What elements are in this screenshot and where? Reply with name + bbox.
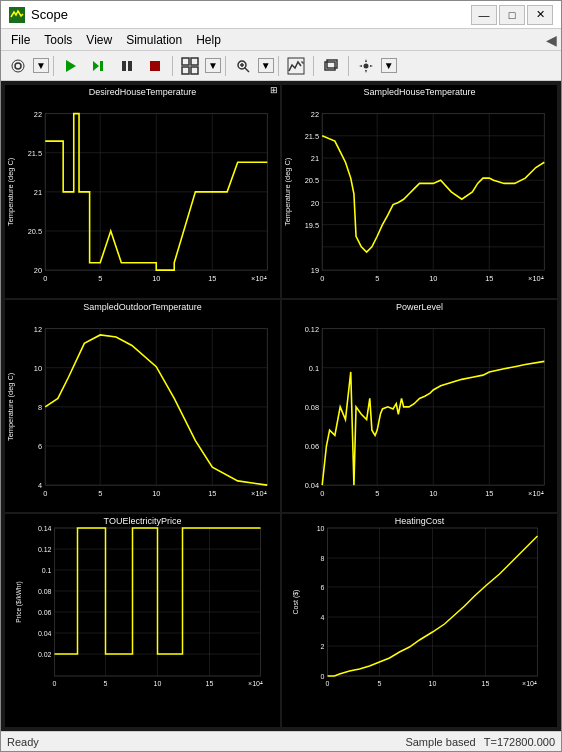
svg-text:Cost ($): Cost ($) [292,590,300,615]
svg-text:0: 0 [326,680,330,687]
dock-button[interactable]: ◀ [546,32,557,48]
dropdown-button[interactable]: ▼ [33,58,49,73]
autoscale-button[interactable] [283,54,309,78]
svg-text:0: 0 [43,488,47,497]
plot-title-sampled-house: SampledHouseTemperature [282,87,557,97]
svg-text:0.12: 0.12 [305,324,319,333]
pause-button[interactable] [114,54,140,78]
svg-text:0.04: 0.04 [305,481,319,490]
status-ready: Ready [7,736,39,748]
svg-text:21: 21 [311,154,319,163]
separator-3 [225,56,226,76]
svg-text:8: 8 [38,403,42,412]
svg-point-2 [12,60,24,72]
chart-desired-house-temp: 22 21.5 21 20.5 20 0 5 10 15 ×10⁴ Temper… [5,85,280,298]
chart-heating-cost: 10 8 6 4 2 0 0 5 10 15 ×10⁴ Cost ($) [282,514,557,689]
sample-based-label: Sample based [405,736,475,748]
plot-title-tou: TOUElectricityPrice [5,516,280,526]
format-button[interactable] [177,54,203,78]
svg-text:2: 2 [321,643,325,650]
plot-power-level: PowerLevel 0.12 0.1 0.08 0.06 0.04 0 [282,300,557,513]
svg-text:22: 22 [311,110,319,119]
stop-button[interactable] [142,54,168,78]
svg-text:×10⁴: ×10⁴ [251,488,267,497]
svg-text:0.06: 0.06 [305,442,319,451]
zoom-dropdown[interactable]: ▼ [258,58,274,73]
title-bar-controls[interactable]: — □ ✕ [471,5,553,25]
title-bar-left: Scope [9,7,68,23]
plot-title-power: PowerLevel [282,302,557,312]
svg-text:20.5: 20.5 [28,227,42,236]
svg-text:0: 0 [320,488,324,497]
svg-text:8: 8 [321,555,325,562]
svg-marker-3 [66,60,76,72]
plot-tou-price: TOUElectricityPrice 0.14 0.12 0.1 [5,514,280,727]
menu-view[interactable]: View [80,31,118,49]
separator-6 [348,56,349,76]
plot-title-desired: DesiredHouseTemperature [5,87,280,97]
menu-help[interactable]: Help [190,31,227,49]
svg-text:×10⁴: ×10⁴ [528,274,544,283]
svg-text:10: 10 [154,680,162,687]
close-button[interactable]: ✕ [527,5,553,25]
settings2-button[interactable] [353,54,379,78]
window-title: Scope [31,7,68,22]
svg-text:0.1: 0.1 [42,567,52,574]
svg-rect-5 [100,61,103,71]
svg-rect-9 [182,58,189,65]
run-button[interactable] [58,54,84,78]
svg-text:0.02: 0.02 [38,651,52,658]
step-button[interactable] [86,54,112,78]
restore-button[interactable] [318,54,344,78]
plot-sampled-house-temp: SampledHouseTemperature 22 21.5 21 [282,85,557,298]
svg-text:22: 22 [34,110,42,119]
svg-text:21.5: 21.5 [305,132,319,141]
svg-text:15: 15 [485,274,493,283]
svg-text:Price ($/kWhr): Price ($/kWhr) [15,582,23,624]
svg-text:0: 0 [53,680,57,687]
svg-line-14 [245,68,249,72]
svg-text:20: 20 [311,199,319,208]
settings2-dropdown[interactable]: ▼ [381,58,397,73]
svg-point-20 [363,63,368,68]
menu-tools[interactable]: Tools [38,31,78,49]
svg-rect-8 [150,61,160,71]
svg-text:4: 4 [321,614,325,621]
separator-5 [313,56,314,76]
svg-text:4: 4 [38,481,42,490]
svg-text:6: 6 [38,442,42,451]
svg-text:6: 6 [321,584,325,591]
menu-file[interactable]: File [5,31,36,49]
svg-text:×10⁴: ×10⁴ [522,680,537,687]
svg-text:15: 15 [485,488,493,497]
svg-text:0: 0 [320,274,324,283]
svg-text:0.04: 0.04 [38,630,52,637]
settings-button[interactable] [5,54,31,78]
format-dropdown[interactable]: ▼ [205,58,221,73]
svg-rect-6 [122,61,126,71]
zoom-button[interactable] [230,54,256,78]
svg-text:20: 20 [34,266,42,275]
svg-text:10: 10 [317,525,325,532]
maximize-button[interactable]: □ [499,5,525,25]
minimize-button[interactable]: — [471,5,497,25]
svg-text:20.5: 20.5 [305,176,319,185]
svg-rect-11 [182,67,189,74]
svg-text:10: 10 [152,274,160,283]
title-bar: Scope — □ ✕ [1,1,561,29]
svg-text:10: 10 [152,488,160,497]
svg-text:10: 10 [34,364,42,373]
svg-text:15: 15 [206,680,214,687]
svg-rect-10 [191,58,198,65]
svg-text:10: 10 [429,274,437,283]
svg-text:10: 10 [429,488,437,497]
svg-text:0.14: 0.14 [38,525,52,532]
svg-text:0.06: 0.06 [38,609,52,616]
svg-marker-4 [93,61,99,71]
menu-bar: File Tools View Simulation Help ◀ [1,29,561,51]
plot-sampled-outdoor-temp: SampledOutdoorTemperature 12 10 8 6 4 [5,300,280,513]
chart-power-level: 0.12 0.1 0.08 0.06 0.04 0 5 10 15 ×10⁴ [282,300,557,513]
menu-simulation[interactable]: Simulation [120,31,188,49]
svg-text:Temperature (deg C): Temperature (deg C) [283,158,292,226]
expand-button-1[interactable]: ⊞ [270,85,278,95]
